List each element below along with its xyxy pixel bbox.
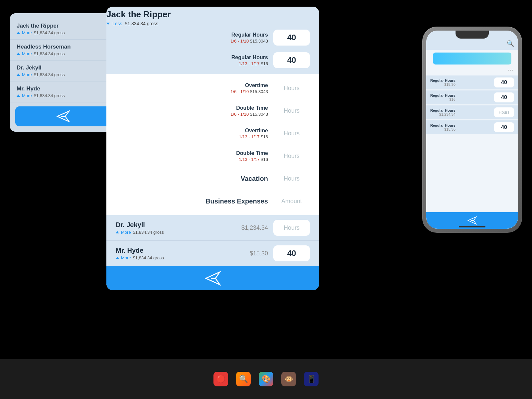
hours-input-hyde[interactable]: 40	[273, 245, 310, 261]
dock-icon-monkey[interactable]: 🐵	[281, 372, 296, 386]
more-link[interactable]: More	[22, 93, 32, 98]
entry-row-expenses: Business Expenses Amount	[106, 190, 319, 212]
phone-entry-input-2[interactable]: Hours	[494, 107, 514, 117]
phone-entry-rate: $15.30	[430, 82, 456, 86]
entry-row-vacation: Vacation Hours	[106, 167, 319, 190]
search-icon[interactable]: 🔍	[507, 40, 514, 47]
extra-entries-section: Overtime 1/6 - 1/10 $15.3043 Hours Doubl…	[106, 74, 319, 215]
more-options-button[interactable]: ···	[426, 67, 518, 73]
entry-label: Overtime	[116, 128, 268, 134]
employee-name: Mr. Hyde	[17, 85, 110, 92]
chevron-up-icon	[17, 94, 20, 97]
entry-label-expenses: Business Expenses	[116, 198, 268, 205]
employee-name: Headless Horseman	[17, 44, 110, 50]
phone-entry-title: Regular Hours	[430, 93, 456, 97]
entry-input-0[interactable]: 40	[273, 30, 310, 46]
chevron-up-icon	[17, 53, 20, 55]
phone-entry-1: Regular Hours $16 40	[426, 90, 518, 104]
dock-icon-search[interactable]: 🔍	[236, 372, 251, 386]
bottom-emp-name: Dr. Jekyll	[116, 221, 241, 229]
more-link[interactable]: More	[22, 72, 32, 77]
entry-input-vacation[interactable]: Hours	[273, 171, 310, 187]
phone-entry-0: Regular Hours $15.30 40	[426, 75, 518, 89]
phone-device: 🔍 ··· Regular Hours $15.30 40	[422, 27, 522, 233]
entry-rate: $15.3043	[250, 89, 268, 94]
entry-input-2[interactable]: Hours	[273, 80, 310, 96]
entry-row-3: Double Time 1/6 - 1/10 $15.3043 Hours	[106, 99, 319, 122]
more-link[interactable]: More	[121, 230, 131, 235]
send-button-main[interactable]	[106, 266, 319, 290]
less-link[interactable]: Less	[112, 21, 122, 26]
phone-entry-input-3[interactable]: 40	[494, 122, 514, 132]
phone-entry-input-0[interactable]: 40	[494, 77, 514, 87]
phone-entry-title: Regular Hours	[430, 123, 456, 127]
dock-icon-color[interactable]: 🎨	[259, 372, 273, 386]
entry-label: Regular Hours	[116, 32, 268, 38]
chevron-down-icon	[106, 23, 110, 25]
gross-amount: $1,834.34 gross	[34, 72, 65, 77]
entry-row-5: Double Time 1/13 - 1/17 $16 Hours	[106, 145, 319, 167]
dock-icon-1[interactable]: 🔴	[213, 372, 228, 386]
entry-label: Overtime	[116, 82, 268, 88]
gross-amount: $1,834.34 gross	[133, 230, 164, 235]
entry-date: 1/13 - 1/17	[239, 61, 260, 66]
entry-rate: $16	[261, 157, 268, 162]
entry-date: 1/13 - 1/17	[239, 134, 260, 139]
phone-entry-rate: $1,234.34	[430, 112, 456, 116]
entry-input-4[interactable]: Hours	[273, 125, 310, 141]
entry-date: 1/13 - 1/17	[239, 157, 260, 162]
entry-input-5[interactable]: Hours	[273, 148, 310, 164]
more-link[interactable]: More	[22, 51, 32, 56]
amount-value: $15.30	[250, 250, 268, 257]
entry-date: 1/6 - 1/10	[230, 39, 249, 44]
phone-entry-title: Regular Hours	[430, 78, 456, 82]
entry-rate: $15.3043	[250, 39, 268, 44]
send-icon	[205, 271, 221, 286]
employee-row-jack: Jack the Ripper More $1,834.34 gross	[10, 19, 116, 40]
bottom-employees-section: Dr. Jekyll More $1,834.34 gross $1,234.3…	[106, 215, 319, 266]
phone-entry-3: Regular Hours $15.30 40	[426, 120, 518, 134]
entry-label: Double Time	[116, 150, 268, 156]
more-link[interactable]: More	[121, 255, 131, 260]
phone-entry-input-1[interactable]: 40	[494, 92, 514, 102]
gross-amount: $1,834.34 gross	[125, 21, 158, 26]
entry-label: Regular Hours	[116, 55, 268, 61]
employee-name: Dr. Jekyll	[17, 65, 110, 71]
entry-input-3[interactable]: Hours	[273, 103, 310, 119]
entry-row-4: Overtime 1/13 - 1/17 $16 Hours	[106, 122, 319, 145]
bottom-employee-jekyll: Dr. Jekyll More $1,834.34 gross $1,234.3…	[106, 215, 319, 241]
phone-entry-rate: $16	[430, 97, 456, 101]
phone-home-bar	[459, 226, 485, 227]
phone-entry-2: Regular Hours $1,234.34 Hours	[426, 105, 518, 119]
entry-label: Double Time	[116, 105, 268, 111]
hours-input-jekyll[interactable]: Hours	[273, 220, 310, 236]
chevron-up-icon	[17, 32, 20, 34]
phone-entries-list: Regular Hours $15.30 40 Regular Hours $1…	[426, 73, 518, 212]
phone-entry-title: Regular Hours	[430, 108, 456, 112]
phone-entry-rate: $15.30	[430, 127, 456, 131]
more-link[interactable]: More	[22, 30, 32, 35]
dock-icon-app[interactable]: 📱	[304, 372, 319, 386]
send-button-bg[interactable]	[15, 106, 111, 126]
chevron-up-icon	[116, 257, 119, 259]
main-employee-name: Jack the Ripper	[106, 9, 319, 20]
send-icon	[57, 110, 70, 122]
employee-row-jekyll: Dr. Jekyll More $1,834.34 gross	[10, 61, 116, 81]
entry-input-expenses[interactable]: Amount	[273, 193, 310, 209]
bottom-emp-name: Mr. Hyde	[116, 247, 250, 254]
send-icon	[467, 216, 477, 225]
phone-screen: 🔍 ··· Regular Hours $15.30 40	[426, 31, 518, 229]
chevron-up-icon	[116, 231, 119, 233]
entry-rate: $15.3043	[250, 112, 268, 117]
entry-rate: $16	[261, 61, 268, 66]
entry-rate: $16	[261, 134, 268, 139]
gross-amount: $1,834.34 gross	[34, 93, 65, 98]
employee-row-hyde: Mr. Hyde More $1,834.34 gross	[10, 81, 116, 102]
entry-row-1: Regular Hours 1/13 - 1/17 $16 40	[106, 49, 319, 71]
phone-blue-bar-container	[426, 50, 518, 67]
entry-input-1[interactable]: 40	[273, 52, 310, 68]
entry-date: 1/6 - 1/10	[230, 112, 249, 117]
entry-row-2: Overtime 1/6 - 1/10 $15.3043 Hours	[106, 77, 319, 99]
background-card: Jack the Ripper More $1,834.34 gross Hea…	[10, 13, 116, 132]
main-card-header: Jack the Ripper Less $1,834.34 gross Reg…	[106, 7, 319, 74]
